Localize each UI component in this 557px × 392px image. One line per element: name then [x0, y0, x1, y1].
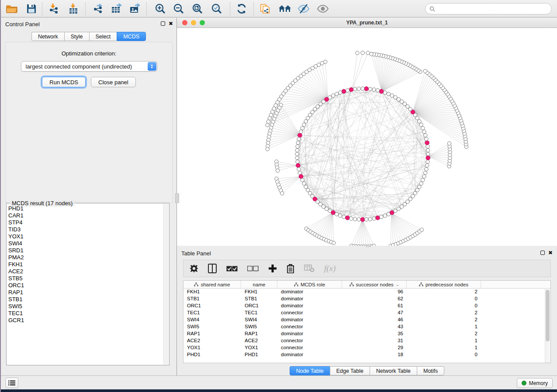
cell-successor-nodes: 29	[342, 344, 407, 351]
maximize-window-icon[interactable]	[200, 20, 205, 25]
deselect-all-rows-icon[interactable]	[247, 266, 259, 272]
table-row[interactable]: STB1STB1dominator620	[183, 296, 550, 303]
table-row[interactable]: TEC1TEC1connector472	[183, 309, 550, 316]
import-table-icon[interactable]	[66, 2, 81, 16]
network-titlebar[interactable]: YPA_prune.txt_1	[177, 18, 557, 28]
search-input[interactable]	[437, 6, 547, 12]
result-node[interactable]: FKH1	[8, 261, 163, 268]
close-panel-button[interactable]: Close panel	[91, 77, 136, 87]
tab-node-table[interactable]: Node Table	[290, 366, 330, 375]
cell-predecessor-nodes: 2	[407, 330, 481, 337]
task-history-button[interactable]	[5, 378, 18, 388]
float-table-panel-icon[interactable]	[540, 251, 545, 255]
zoom-in-icon[interactable]	[153, 2, 168, 16]
hide-selected-icon[interactable]	[296, 2, 311, 16]
result-node[interactable]: STB5	[8, 275, 163, 282]
network-clone-icon[interactable]	[258, 2, 273, 16]
cell-predecessor-nodes: 0	[407, 351, 481, 358]
table-row[interactable]: SWI5SWI5connector431	[183, 323, 550, 330]
zoom-out-icon[interactable]	[171, 2, 186, 16]
tab-style[interactable]: Style	[64, 32, 89, 41]
close-panel-icon[interactable]: ✖	[169, 21, 173, 26]
tab-network-table[interactable]: Network Table	[370, 366, 417, 375]
result-node[interactable]: YOX1	[8, 233, 163, 240]
cell-predecessor-nodes: 2	[407, 316, 481, 323]
cell-successor-nodes: 18	[342, 351, 407, 358]
export-network-icon[interactable]	[91, 2, 106, 16]
export-table-icon[interactable]	[109, 2, 124, 16]
result-node[interactable]: STP4	[8, 219, 163, 226]
zoom-selected-icon[interactable]	[209, 2, 224, 16]
vertical-splitter-handle[interactable]	[175, 193, 179, 203]
column-header-name[interactable]: name	[241, 281, 277, 288]
table-settings-icon[interactable]	[190, 264, 198, 273]
select-all-rows-icon[interactable]	[226, 266, 238, 272]
tab-mcds[interactable]: MCDS	[117, 32, 146, 41]
close-table-panel-icon[interactable]: ✖	[548, 250, 553, 255]
main-toolbar	[1, 0, 557, 17]
cell-MCDS-role: dominator	[277, 303, 342, 309]
mcds-result-box: MCDS result (17 nodes) PHD1CAR1STP4TID3Y…	[6, 203, 170, 365]
table-scrollbar-thumb[interactable]	[546, 290, 550, 341]
result-node[interactable]: CAR1	[8, 212, 163, 219]
result-node[interactable]: TEC1	[8, 310, 163, 317]
network-canvas[interactable]	[177, 28, 557, 246]
tab-edge-table[interactable]: Edge Table	[330, 366, 370, 375]
memory-button[interactable]: Memory	[517, 378, 553, 388]
table-row[interactable]: YOX1YOX1connector291	[183, 344, 550, 351]
refresh-icon[interactable]	[234, 2, 249, 16]
result-node[interactable]: STB1	[8, 296, 163, 303]
cell-shared-name: YOX1	[183, 344, 241, 351]
column-header-successor-nodes[interactable]: successor nodes⌄	[342, 281, 407, 288]
result-node[interactable]: SRD1	[8, 247, 163, 254]
column-layout-icon[interactable]	[208, 264, 217, 273]
result-node[interactable]: ORC1	[8, 282, 163, 289]
save-session-icon[interactable]	[24, 2, 39, 16]
tab-network[interactable]: Network	[31, 32, 64, 41]
control-panel: Control Panel ✖ NetworkStyleSelectMCDS O…	[1, 18, 177, 376]
result-node[interactable]: TID3	[8, 226, 163, 233]
column-header-predecessor-nodes[interactable]: predecessor nodes	[407, 281, 481, 288]
criterion-select[interactable]: largest connected component (undirected)…	[21, 61, 157, 72]
result-node[interactable]: PHD1	[8, 205, 163, 212]
cell-name: RAP1	[241, 330, 277, 337]
column-header-filler	[481, 281, 550, 288]
run-mcds-button[interactable]: Run MCDS	[42, 77, 86, 87]
close-window-icon[interactable]	[182, 20, 187, 25]
result-node[interactable]: ACE2	[8, 268, 163, 275]
zoom-fit-icon[interactable]	[190, 2, 205, 16]
table-scrollbar[interactable]	[545, 289, 550, 363]
result-node[interactable]: RAP1	[8, 289, 163, 296]
table-row[interactable]: ACE2ACE2connector311	[183, 337, 550, 344]
first-neighbors-icon[interactable]	[277, 2, 292, 16]
show-all-icon[interactable]	[315, 2, 330, 16]
result-node[interactable]: GCR1	[8, 317, 163, 324]
result-node[interactable]: SWI4	[8, 240, 163, 247]
export-image-icon[interactable]	[128, 2, 142, 16]
result-node[interactable]: PMA2	[8, 254, 163, 261]
add-column-icon[interactable]	[268, 264, 277, 273]
cell-MCDS-role: dominator	[277, 330, 342, 337]
table-row[interactable]: ORC1ORC1dominator610	[183, 303, 550, 309]
import-network-icon[interactable]	[47, 2, 62, 16]
table-row[interactable]: SWI4SWI4dominator462	[183, 316, 550, 323]
column-header-MCDS-role[interactable]: MCDS role	[277, 281, 342, 288]
table-row[interactable]: FKH1FKH1dominator962	[183, 289, 550, 296]
open-file-icon[interactable]	[4, 2, 19, 16]
tab-select[interactable]: Select	[89, 32, 117, 41]
float-panel-icon[interactable]	[161, 21, 165, 26]
mcds-result-list[interactable]: PHD1CAR1STP4TID3YOX1SWI4SRD1PMA2FKH1ACE2…	[8, 205, 163, 364]
delete-column-icon[interactable]	[287, 264, 294, 273]
cell-MCDS-role: dominator	[277, 289, 342, 296]
search-box[interactable]	[425, 3, 552, 14]
result-node[interactable]: SWI5	[8, 303, 163, 310]
cell-successor-nodes: 43	[342, 323, 407, 330]
result-scrollbar[interactable]	[163, 204, 169, 364]
tab-motifs[interactable]: Motifs	[417, 366, 444, 375]
column-header-shared-name[interactable]: shared name	[183, 281, 241, 288]
cell-name: ACE2	[241, 337, 277, 344]
table-row[interactable]: PHD1PHD1dominator180	[183, 351, 550, 358]
cell-MCDS-role: connector	[277, 309, 342, 316]
table-row[interactable]: RAP1RAP1dominator352	[183, 330, 550, 337]
minimize-window-icon[interactable]	[191, 20, 196, 25]
